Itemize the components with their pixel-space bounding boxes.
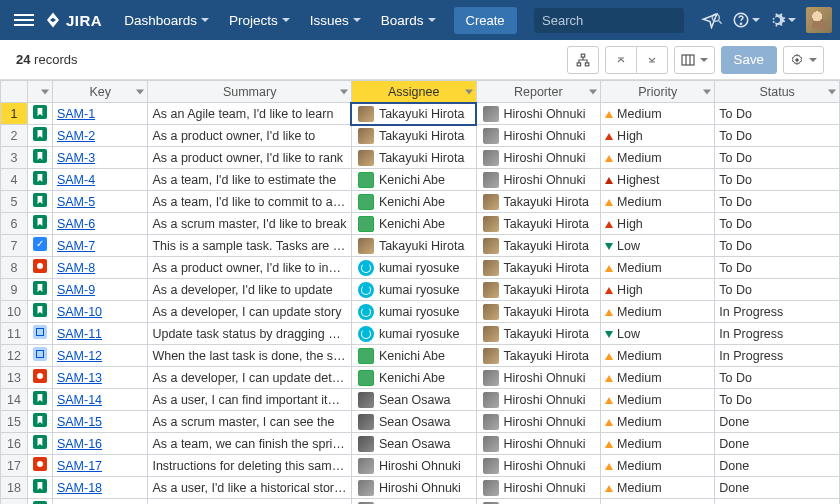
row-number[interactable]: 17 [1,455,28,477]
issue-type-cell[interactable] [27,191,52,213]
status-cell[interactable]: To Do [715,279,840,301]
key-cell[interactable]: SAM-16 [52,433,148,455]
key-cell[interactable]: SAM-13 [52,367,148,389]
issue-type-cell[interactable] [27,169,52,191]
key-cell[interactable]: SAM-12 [52,345,148,367]
status-cell[interactable]: Done [715,499,840,505]
issue-key-link[interactable]: SAM-12 [57,349,102,363]
priority-cell[interactable]: Low [601,323,715,345]
reporter-cell[interactable]: Takayuki Hirota [476,323,601,345]
issue-type-cell[interactable] [27,433,52,455]
assignee-cell[interactable]: Sean Osawa [351,433,476,455]
jira-logo[interactable]: JIRA [44,11,102,29]
table-row[interactable]: 12SAM-12When the last task is done, the … [1,345,840,367]
issue-type-cell[interactable] [27,389,52,411]
reporter-cell[interactable]: Hiroshi Ohnuki [476,433,601,455]
priority-cell[interactable]: Medium [601,103,715,125]
data-grid[interactable]: Key Summary Assignee Reporter Priority S… [0,80,840,504]
key-cell[interactable]: SAM-6 [52,213,148,235]
priority-cell[interactable]: Medium [601,345,715,367]
settings-icon[interactable] [766,4,798,36]
priority-cell[interactable]: Medium [601,411,715,433]
search-input[interactable] [542,13,710,28]
reporter-cell[interactable]: Takayuki Hirota [476,279,601,301]
priority-cell[interactable]: High [601,125,715,147]
issue-key-link[interactable]: SAM-15 [57,415,102,429]
key-cell[interactable]: SAM-11 [52,323,148,345]
reporter-cell[interactable]: Hiroshi Ohnuki [476,169,601,191]
reporter-cell[interactable]: Takayuki Hirota [476,191,601,213]
reporter-cell[interactable]: Takayuki Hirota [476,213,601,235]
status-cell[interactable]: Done [715,433,840,455]
priority-cell[interactable]: High [601,213,715,235]
assignee-cell[interactable]: Takayuki Hirota [351,103,476,125]
priority-cell[interactable]: Medium [601,191,715,213]
reporter-cell[interactable]: Hiroshi Ohnuki [476,147,601,169]
assignee-cell[interactable]: kumai ryosuke [351,301,476,323]
header-key[interactable]: Key [52,81,148,103]
reporter-cell[interactable]: Takayuki Hirota [476,257,601,279]
key-cell[interactable]: SAM-7 [52,235,148,257]
summary-cell[interactable]: As a user, I'd like a historical story t… [148,477,352,499]
header-rownum[interactable] [1,81,28,103]
priority-cell[interactable]: Low [601,235,715,257]
priority-cell[interactable]: High [601,279,715,301]
reporter-cell[interactable]: Hiroshi Ohnuki [476,499,601,505]
issue-type-cell[interactable] [27,125,52,147]
status-cell[interactable]: Done [715,411,840,433]
assignee-cell[interactable]: kumai ryosuke [351,279,476,301]
priority-cell[interactable]: Medium [601,147,715,169]
hierarchy-button[interactable] [567,46,599,74]
assignee-cell[interactable]: kumai ryosuke [351,257,476,279]
summary-cell[interactable]: As a developer, I'd like to update [148,279,352,301]
header-summary[interactable]: Summary [148,81,352,103]
key-cell[interactable]: SAM-19 [52,499,148,505]
reporter-cell[interactable]: Hiroshi Ohnuki [476,411,601,433]
key-cell[interactable]: SAM-14 [52,389,148,411]
issue-type-cell[interactable] [27,411,52,433]
key-cell[interactable]: SAM-3 [52,147,148,169]
reporter-cell[interactable]: Hiroshi Ohnuki [476,477,601,499]
issue-type-cell[interactable] [27,345,52,367]
summary-cell[interactable]: As a developer, I can update story [148,301,352,323]
row-number[interactable]: 3 [1,147,28,169]
priority-cell[interactable]: Medium [601,499,715,505]
reporter-cell[interactable]: Takayuki Hirota [476,235,601,257]
issue-type-cell[interactable] [27,499,52,505]
summary-cell[interactable]: As a developer, I can update details [148,367,352,389]
issue-key-link[interactable]: SAM-4 [57,173,95,187]
table-row[interactable]: 3SAM-3As a product owner, I'd like to ra… [1,147,840,169]
key-cell[interactable]: SAM-4 [52,169,148,191]
summary-cell[interactable]: As a scrum master, I can see the [148,411,352,433]
issue-key-link[interactable]: SAM-3 [57,151,95,165]
help-icon[interactable] [730,4,762,36]
issue-type-cell[interactable] [27,367,52,389]
priority-cell[interactable]: Medium [601,389,715,411]
status-cell[interactable]: To Do [715,103,840,125]
issue-key-link[interactable]: SAM-17 [57,459,102,473]
assignee-cell[interactable]: Hiroshi Ohnuki [351,477,476,499]
user-avatar[interactable] [806,7,832,33]
header-assignee[interactable]: Assignee [351,81,476,103]
key-cell[interactable]: SAM-15 [52,411,148,433]
assignee-cell[interactable]: Takayuki Hirota [351,147,476,169]
status-cell[interactable]: To Do [715,147,840,169]
issue-key-link[interactable]: SAM-7 [57,239,95,253]
status-cell[interactable]: In Progress [715,301,840,323]
assignee-cell[interactable]: Hiroshi Ohnuki [351,455,476,477]
table-row[interactable]: 8SAM-8As a product owner, I'd like to in… [1,257,840,279]
collapse-all-button[interactable] [605,46,637,74]
issue-key-link[interactable]: SAM-2 [57,129,95,143]
row-number[interactable]: 6 [1,213,28,235]
row-number[interactable]: 4 [1,169,28,191]
issue-type-cell[interactable] [27,103,52,125]
status-cell[interactable]: To Do [715,191,840,213]
row-number[interactable]: 11 [1,323,28,345]
row-number[interactable]: 12 [1,345,28,367]
nav-issues[interactable]: Issues [302,0,369,40]
row-number[interactable]: 7 [1,235,28,257]
key-cell[interactable]: SAM-1 [52,103,148,125]
status-cell[interactable]: In Progress [715,345,840,367]
table-row[interactable]: 10SAM-10As a developer, I can update sto… [1,301,840,323]
feedback-icon[interactable] [694,4,726,36]
